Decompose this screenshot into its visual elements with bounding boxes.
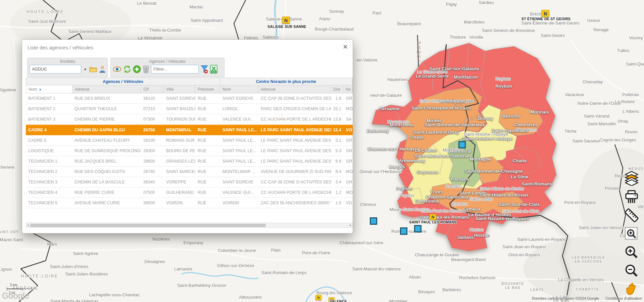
column-header[interactable]: No [343, 85, 352, 93]
zone-label: Dionay [478, 116, 493, 121]
column-header[interactable]: Nom▲ [26, 85, 72, 93]
cell-norauto_adresse: PARC DES CROZES CHEMIN DE LA GA... [258, 104, 331, 114]
close-icon[interactable]: ✕ [343, 43, 348, 51]
cell-adresse: AVENUE MARIE CURIE [72, 198, 141, 208]
norauto-center-marker[interactable]: N [542, 10, 549, 17]
zoom-area-icon[interactable] [624, 226, 639, 242]
scrollbar-thumb[interactable] [30, 224, 266, 227]
cell-norauto_adresse: CC CAP 38 ZONE D ACTIVITES DES ISLE... [258, 93, 331, 103]
norauto-center-marker[interactable]: N [430, 214, 436, 220]
print-icon[interactable] [624, 189, 639, 205]
zone-label: Saint-Paul-lès-Romans [420, 215, 469, 220]
societe-select[interactable] [30, 65, 81, 74]
column-header[interactable]: Adresse [72, 85, 141, 93]
agency-list-dialog: Liste des agences / véhicules ✕ Sociétés… [22, 39, 353, 233]
cell-precision: RUE [195, 167, 220, 177]
filter-funnel-icon[interactable] [200, 65, 208, 74]
vehicle-square-marker[interactable] [458, 141, 466, 148]
user-icon[interactable] [99, 66, 106, 73]
map-place-label: EN VERCORS [575, 260, 602, 263]
table-row[interactable]: BATIEMENT 2QUARTIER THEOULE07210SAINT BA… [26, 104, 353, 114]
norauto-center-marker[interactable]: N [315, 295, 321, 300]
table-row[interactable]: CADRE 5AVENUE CHATEAU FLEURY26100ROMANS … [26, 135, 353, 146]
filter-input[interactable] [151, 65, 199, 74]
societes-group: Sociétés ▼ [27, 58, 108, 77]
cell-nom: BATIEMENT 3 [26, 114, 72, 124]
zone-label: Saint-Laurent-d Onay [413, 130, 459, 135]
map-place-label: Gilhoc-sur-Ormèze [217, 263, 254, 268]
column-header[interactable]: Précision [195, 85, 220, 93]
delete-trash-icon[interactable] [143, 65, 149, 73]
cell-ville: MONTMIRAL [164, 125, 195, 135]
cell-adresse: AVENUE CHATEAU FLEURY [72, 135, 141, 145]
table-row[interactable]: TECHNICIEN 3CHEMIN DE LA BASCULE38340VOR… [26, 177, 353, 187]
cell-ville: TOURNON SUR... [164, 114, 195, 124]
scroll-right-arrow-icon[interactable]: ► [349, 224, 352, 227]
vehicle-square-marker[interactable] [414, 225, 422, 232]
map-place-label: Pont-en-Royans [564, 200, 596, 205]
zone-label: Tersanne [380, 106, 399, 111]
zoom-out-icon[interactable] [624, 263, 639, 278]
add-icon[interactable] [133, 65, 141, 73]
pan-hand-icon[interactable] [624, 282, 639, 297]
cell-adresse: CHEMIN DU SAPIN BLEU [72, 125, 141, 135]
map-place-label: Vourey [629, 35, 643, 40]
table-row[interactable]: BATIEMENT 1RUE DES BRIEUX38120SAINT EGRE… [26, 93, 353, 104]
column-header[interactable]: Nom [220, 85, 258, 93]
cell-dist: 15.1 [331, 104, 344, 114]
cell-cp: 26750 [141, 125, 164, 135]
cell-ville: VOREPPE [164, 177, 195, 187]
chevron-down-icon[interactable]: ▼ [83, 67, 88, 72]
column-header[interactable]: Ville [164, 85, 195, 93]
sort-asc-icon: ▲ [39, 88, 42, 91]
zone-label: Saint-Christophe-et-le-Laris [411, 105, 471, 111]
zone-label: Le Chalon [415, 148, 437, 153]
table-row[interactable]: BATIEMENT 3CHEMIN DE PIERRE07300TOURNON … [26, 114, 353, 125]
map-place-label: Hostun [469, 227, 483, 232]
column-header[interactable]: Dist [331, 85, 343, 93]
cell-cp: 07210 [141, 104, 164, 114]
cell-norauto_nom: VALENCE GUI... [220, 187, 258, 198]
agences-group: Agences / Véhicules [110, 58, 225, 77]
scroll-left-arrow-icon[interactable]: ◄ [26, 224, 30, 227]
cell-dist: 9.4 [331, 167, 344, 177]
table-row[interactable]: LOGISTIQUERUE DE DUNKERQUE PROLONGEE2630… [26, 146, 353, 156]
cell-cp: 07300 [141, 114, 164, 124]
cell-norauto_adresse: CC AUCHAN PORTE DE L ARDECHE A... [258, 187, 331, 198]
table-row[interactable]: TECHNICIEN 2RUE DES COQUELICOTS26740SAIN… [26, 167, 353, 177]
layers-icon[interactable] [624, 171, 639, 186]
table-row[interactable]: TECHNICIEN 5AVENUE MARIE CURIE38500VOIRO… [26, 198, 353, 208]
horizontal-scrollbar[interactable]: ◄ ► [26, 223, 353, 228]
refresh-icon[interactable] [123, 65, 131, 73]
norauto-center-marker[interactable]: N [282, 17, 290, 24]
map-place-label: Saint-Martin-de-Valamas [51, 299, 99, 302]
table-row[interactable]: CADRE 4CHEMIN DU SAPIN BLEU26750MONTMIRA… [26, 125, 353, 135]
cell-norauto_nom: SAINT PAUL LE... [220, 125, 258, 135]
attribution-terms[interactable]: Conditions d'utilisation [605, 296, 642, 300]
zone-label: Saint-Nazaire-en-Royans [475, 216, 529, 221]
measure-ruler-icon[interactable] [624, 208, 639, 223]
cell-adresse: QUARTIER THEOULE [72, 104, 141, 114]
map-place-label: Rovon [625, 129, 638, 134]
export-excel-icon[interactable]: XLS [210, 65, 217, 74]
table-row[interactable]: TECHNICIEN 1RUE JACQUES BREL26600GRANGES… [26, 156, 353, 167]
cell-nom: CADRE 4 [26, 125, 72, 135]
column-header[interactable]: CP [141, 85, 164, 93]
open-folder-icon[interactable] [89, 66, 97, 73]
cell-cp: 26300 [141, 146, 164, 156]
column-header[interactable]: Adresse [258, 85, 331, 93]
cell-dist: 1.2 [331, 187, 344, 198]
map-place-label: Notre-Dame-de-l'Osier [578, 101, 621, 106]
map-place-label: Bougé-Chambalaud [315, 27, 354, 32]
show-eye-icon[interactable] [113, 66, 121, 72]
map-place-label: Saint-Genest-Malifaux [68, 29, 112, 34]
map-place-label: Le Bessat [137, 1, 156, 6]
vehicle-square-marker[interactable] [400, 227, 407, 235]
map-place-label: Eymeux [452, 201, 468, 206]
zoom-in-icon[interactable] [624, 245, 639, 260]
vehicle-square-marker[interactable] [370, 217, 377, 225]
cell-norauto_nom: SAINT EGREVE [220, 93, 258, 103]
cell-ville: SAINT MARCEL... [164, 167, 195, 177]
table-row[interactable]: TECHNICIEN 4RUE PIERRE CURIE07500GUILHER… [26, 187, 353, 198]
cell-precision: RUE [195, 125, 220, 135]
